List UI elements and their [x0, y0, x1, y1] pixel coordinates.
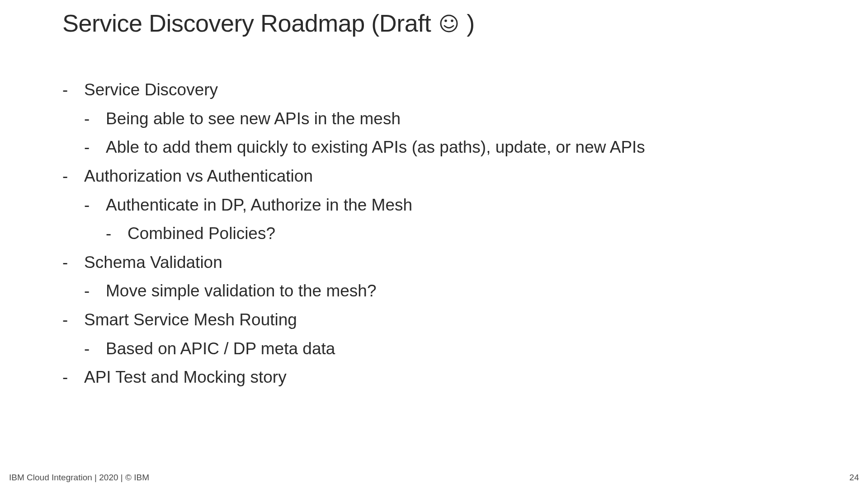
svg-point-0 — [441, 15, 457, 32]
bullet-schema-validation: Schema Validation — [62, 248, 868, 277]
bullet-authenticate-dp: Authenticate in DP, Authorize in the Mes… — [84, 191, 868, 220]
bullet-see-new-apis: Being able to see new APIs in the mesh — [84, 104, 868, 133]
title-text-part2: ) — [460, 9, 475, 37]
bullet-text: Authenticate in DP, Authorize in the Mes… — [106, 196, 412, 214]
bullet-auth-vs-auth: Authorization vs Authentication — [62, 162, 868, 191]
bullet-combined-policies: Combined Policies? — [106, 219, 868, 248]
footer-page-number: 24 — [849, 473, 859, 483]
bullet-text: Being able to see new APIs in the mesh — [106, 109, 401, 128]
bullet-based-apic: Based on APIC / DP meta data — [84, 334, 868, 363]
bullet-api-test-mocking: API Test and Mocking story — [62, 363, 868, 392]
slide-content: Service Discovery Being able to see new … — [62, 75, 868, 392]
bullet-text: Service Discovery — [84, 80, 218, 99]
bullet-text: API Test and Mocking story — [84, 368, 287, 386]
slide-title: Service Discovery Roadmap (Draft ) — [62, 9, 868, 37]
footer-left: IBM Cloud Integration | 2020 | © IBM — [9, 473, 149, 483]
bullet-text: Combined Policies? — [127, 224, 275, 243]
svg-point-1 — [444, 19, 447, 22]
title-text-part1: Service Discovery Roadmap (Draft — [62, 9, 438, 37]
bullet-text: Move simple validation to the mesh? — [106, 282, 376, 300]
smiley-icon — [439, 14, 458, 33]
bullet-text: Based on APIC / DP meta data — [106, 339, 335, 358]
bullet-smart-routing: Smart Service Mesh Routing — [62, 305, 868, 334]
slide-container: Service Discovery Roadmap (Draft ) Servi… — [0, 0, 868, 488]
bullet-service-discovery: Service Discovery — [62, 75, 868, 104]
bullet-text: Able to add them quickly to existing API… — [106, 138, 645, 156]
bullet-text: Authorization vs Authentication — [84, 167, 313, 185]
slide-footer: IBM Cloud Integration | 2020 | © IBM 24 — [9, 473, 859, 483]
bullet-move-validation: Move simple validation to the mesh? — [84, 277, 868, 305]
svg-point-2 — [451, 19, 453, 22]
bullet-text: Schema Validation — [84, 253, 222, 272]
bullet-add-quickly: Able to add them quickly to existing API… — [84, 133, 868, 162]
bullet-text: Smart Service Mesh Routing — [84, 310, 297, 329]
